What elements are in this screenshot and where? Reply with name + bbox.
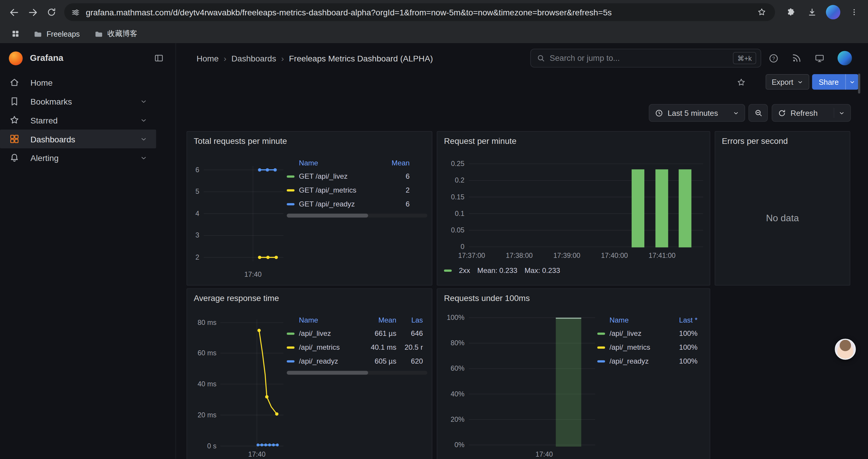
share-button[interactable]: Share [812,74,845,90]
sidebar-item-starred[interactable]: Starred [0,111,156,130]
zoom-out-icon [754,108,763,117]
legend-row[interactable]: GET /api/_readyz 6 [287,197,428,211]
series-name[interactable]: GET /api/_metrics [299,186,385,194]
legend-row[interactable]: /api/_metrics 100% [597,340,701,354]
legend-col-last[interactable]: Las [397,316,423,324]
extensions-button[interactable] [782,3,801,22]
series-swatch [287,360,294,362]
zoom-out-button[interactable] [748,104,768,122]
display-button[interactable] [814,53,825,64]
url-input[interactable] [86,7,754,17]
panel-title[interactable]: Errors per second [722,136,788,145]
chevron-down-icon[interactable] [839,110,845,116]
scrollbar-thumb[interactable] [287,371,368,374]
series-swatch [287,203,294,205]
y-tick: 0 s [187,442,216,450]
panel-title[interactable]: Average response time [194,293,279,303]
sidebar-header: Grafana [0,43,176,73]
panel-title[interactable]: Total requests per minute [194,136,287,145]
series-name[interactable]: /api/_livez [610,329,669,338]
bar-2xx[interactable] [632,169,644,248]
sidebar-item-alerting[interactable]: Alerting [0,148,156,167]
download-icon [807,7,817,17]
legend-col-mean[interactable]: Mean [385,159,409,167]
dashboard-scrollbar[interactable] [858,73,860,93]
search-box[interactable]: ⌘+k [530,49,761,68]
legend-col-name[interactable]: Name [610,316,669,324]
reload-icon [46,7,56,17]
legend-scrollbar[interactable] [287,371,428,374]
chevron-down-icon[interactable] [140,98,147,105]
chevron-down-icon[interactable] [140,117,147,124]
forward-button[interactable] [23,3,42,22]
grafana-logo[interactable] [9,51,23,65]
panel-title[interactable]: Requests under 100ms [444,293,530,303]
browser-profile-avatar[interactable] [826,5,840,20]
legend-row[interactable]: /api/_metrics 40.1 ms 20.5 r [287,340,428,354]
bar-2xx[interactable] [655,169,668,248]
series-swatch [287,346,294,348]
legend-row[interactable]: GET /api/_livez 6 [287,169,428,183]
bookmark-folder-blogs[interactable]: 收藏博客 [90,27,142,40]
legend-scrollbar[interactable] [287,214,428,218]
sidebar-item-dashboards[interactable]: Dashboards [0,129,156,148]
legend-col-last[interactable]: Last * [669,316,697,324]
legend-row[interactable]: /api/_readyz 605 µs 620 [287,354,428,368]
sidebar-item-home[interactable]: Home [0,73,156,92]
panel-title[interactable]: Request per minute [444,136,517,145]
bar-2xx[interactable] [679,169,691,248]
back-button[interactable] [4,3,23,22]
x-tick: 17:39:00 [548,252,586,260]
export-button[interactable]: Export [766,74,809,90]
address-bar[interactable] [64,3,775,21]
favorite-dashboard-button[interactable] [734,75,749,90]
legend-table: Name Last * /api/_livez 100% /api/_metri… [597,314,701,368]
news-button[interactable] [792,53,802,63]
floating-assistant-avatar[interactable] [835,339,856,360]
series-last: 646 [397,329,423,338]
series-name[interactable]: /api/_readyz [299,357,361,365]
browser-menu-button[interactable] [845,3,864,22]
series-name[interactable]: /api/_metrics [299,343,361,352]
series-name[interactable]: 2xx [459,266,470,274]
help-button[interactable]: ? [769,53,779,64]
bookmark-page-button[interactable] [754,4,769,20]
chevron-down-icon[interactable] [140,154,147,161]
legend-col-name[interactable]: Name [299,159,385,167]
legend-col-mean[interactable]: Mean [361,316,397,324]
share-dropdown-button[interactable] [846,74,859,90]
y-tick: 80% [437,339,464,347]
breadcrumb-home[interactable]: Home [196,54,219,63]
y-tick: 0.15 [437,193,464,201]
series-swatch [287,175,294,177]
sidebar-item-bookmarks[interactable]: Bookmarks [0,92,156,111]
search-input[interactable] [550,54,733,63]
legend-row[interactable]: /api/_livez 100% [597,327,701,340]
star-icon [736,77,746,88]
legend-col-name[interactable]: Name [299,316,361,324]
chevron-down-icon[interactable] [140,135,147,142]
time-range-picker[interactable]: Last 5 minutes [649,104,745,122]
bar-percent[interactable] [556,318,581,447]
apps-shortcut-button[interactable] [8,26,23,41]
breadcrumb-dashboards[interactable]: Dashboards [231,54,276,63]
series-name[interactable]: GET /api/_livez [299,172,385,181]
series-name[interactable]: /api/_metrics [610,343,669,352]
series-name[interactable]: /api/_livez [299,329,361,338]
sidebar-collapse-button[interactable] [151,51,167,66]
series-name[interactable]: /api/_readyz [610,357,669,365]
panel-left-icon [154,53,164,63]
toolbar-actions [782,3,864,22]
refresh-button-group[interactable]: Refresh [772,104,851,122]
legend-row[interactable]: /api/_readyz 100% [597,354,701,368]
site-settings-icon[interactable] [71,7,80,17]
bookmark-folder-freeleaps[interactable]: Freeleaps [29,28,84,40]
reload-button[interactable] [42,3,61,22]
legend-row[interactable]: /api/_livez 661 µs 646 [287,327,428,340]
user-avatar[interactable] [838,51,852,65]
scrollbar-thumb[interactable] [287,214,368,218]
legend-inline: 2xx Mean: 0.233 Max: 0.233 [444,266,560,274]
downloads-button[interactable] [803,3,822,22]
legend-row[interactable]: GET /api/_metrics 2 [287,183,428,197]
series-name[interactable]: GET /api/_readyz [299,200,385,208]
